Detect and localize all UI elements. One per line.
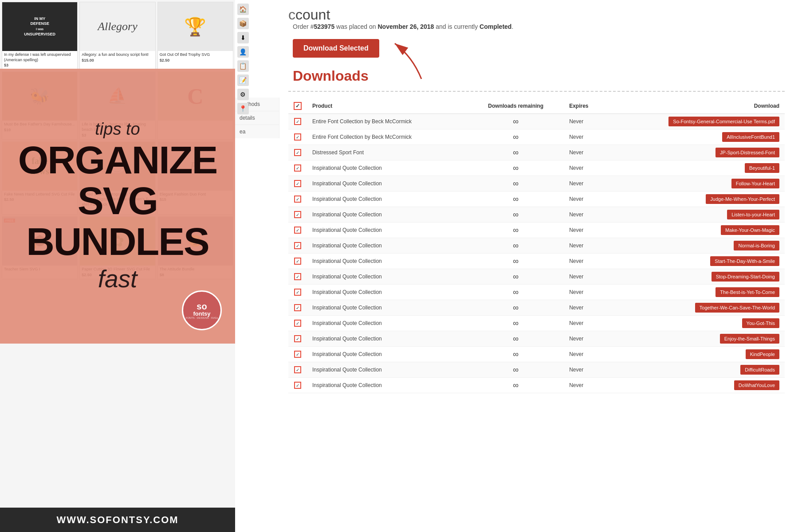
row-checkbox[interactable]: ✓ bbox=[294, 366, 301, 373]
row-download-button[interactable]: The-Best-is-Yet-To-Come bbox=[715, 287, 779, 297]
row-product: Inspirational Quote Collection bbox=[307, 316, 468, 331]
row-checkbox-cell[interactable]: ✓ bbox=[288, 223, 307, 238]
row-checkbox[interactable]: ✓ bbox=[294, 304, 301, 311]
row-expires: Never bbox=[564, 347, 607, 362]
row-checkbox-cell[interactable]: ✓ bbox=[288, 269, 307, 285]
row-checkbox-cell[interactable]: ✓ bbox=[288, 192, 307, 207]
row-download-button[interactable]: Judge-Me-When-Your-Perfect bbox=[706, 194, 779, 204]
row-checkbox[interactable]: ✓ bbox=[294, 289, 301, 296]
row-checkbox-cell[interactable]: ✓ bbox=[288, 285, 307, 300]
row-downloads-remaining: ∞ bbox=[468, 238, 564, 254]
row-product: Inspirational Quote Collection bbox=[307, 300, 468, 316]
icon-7[interactable]: ⚙ bbox=[237, 89, 249, 100]
row-download-btn-cell: KindPeople bbox=[608, 347, 785, 362]
row-downloads-remaining: ∞ bbox=[468, 254, 564, 269]
row-checkbox[interactable]: ✓ bbox=[294, 258, 301, 265]
row-downloads-remaining: ∞ bbox=[468, 331, 564, 347]
row-download-btn-cell: Normal-is-Boring bbox=[608, 238, 785, 254]
row-download-button[interactable]: Beyoutiful-1 bbox=[745, 163, 779, 173]
row-checkbox-cell[interactable]: ✓ bbox=[288, 160, 307, 176]
row-checkbox-cell[interactable]: ✓ bbox=[288, 362, 307, 378]
row-checkbox[interactable]: ✓ bbox=[294, 196, 301, 203]
row-download-button[interactable]: You-Got-This bbox=[742, 318, 779, 328]
icon-8[interactable]: 📍 bbox=[237, 103, 249, 114]
row-expires: Never bbox=[564, 362, 607, 378]
sofontsy-logo: so fontsy FONTS · DESIGNS · SVGs bbox=[182, 290, 222, 330]
row-checkbox-cell[interactable]: ✓ bbox=[288, 378, 307, 393]
table-row: ✓ Inspirational Quote Collection ∞ Never… bbox=[288, 192, 785, 207]
row-checkbox-cell[interactable]: ✓ bbox=[288, 316, 307, 331]
order-status-text: and is currently bbox=[434, 23, 480, 30]
row-expires: Never bbox=[564, 300, 607, 316]
row-checkbox-cell[interactable]: ✓ bbox=[288, 129, 307, 145]
table-row: ✓ Inspirational Quote Collection ∞ Never… bbox=[288, 316, 785, 331]
row-checkbox[interactable]: ✓ bbox=[294, 273, 301, 280]
row-download-button[interactable]: DoWhatYouLove bbox=[734, 380, 779, 390]
icon-1[interactable]: 🏠 bbox=[237, 4, 249, 15]
header-checkbox-col bbox=[288, 98, 307, 114]
row-download-button[interactable]: Enjoy-the-Small-Things bbox=[720, 334, 779, 344]
row-checkbox-cell[interactable]: ✓ bbox=[288, 176, 307, 192]
header-checkbox[interactable] bbox=[294, 102, 302, 110]
row-download-button[interactable]: Stop-Dreaming-Start-Doing bbox=[712, 272, 779, 282]
row-download-button[interactable]: JP-Sport-Distressed-Font bbox=[715, 148, 779, 157]
row-checkbox[interactable]: ✓ bbox=[294, 351, 301, 358]
left-panel: IN MYDEFENSEI wasUNSUPERVISED In my defe… bbox=[0, 0, 235, 532]
row-checkbox[interactable]: ✓ bbox=[294, 118, 301, 125]
order-date: November 26, 2018 bbox=[377, 23, 434, 30]
row-download-btn-cell: JP-Sport-Distressed-Font bbox=[608, 145, 785, 160]
row-download-button[interactable]: Start-The-Day-With-a-Smile bbox=[710, 256, 779, 266]
row-checkbox[interactable]: ✓ bbox=[294, 180, 301, 187]
table-row: ✓ Inspirational Quote Collection ∞ Never… bbox=[288, 254, 785, 269]
woo-menu-ea[interactable]: ea bbox=[235, 125, 279, 138]
row-checkbox-cell[interactable]: ✓ bbox=[288, 300, 307, 316]
row-expires: Never bbox=[564, 160, 607, 176]
row-expires: Never bbox=[564, 145, 607, 160]
row-download-button[interactable]: DifficultRoads bbox=[740, 365, 779, 375]
row-checkbox-cell[interactable]: ✓ bbox=[288, 145, 307, 160]
row-checkbox[interactable]: ✓ bbox=[294, 211, 301, 218]
download-selected-button[interactable]: Download Selected bbox=[293, 39, 379, 58]
row-product: Distressed Sport Font bbox=[307, 145, 468, 160]
order-number: 523975 bbox=[314, 23, 334, 30]
row-download-button[interactable]: Together-We-Can-Save-The-World bbox=[695, 303, 779, 313]
row-download-button[interactable]: Follow-Your-Heart bbox=[731, 179, 779, 188]
row-download-button[interactable]: Make-Your-Own-Magic bbox=[721, 225, 779, 235]
row-download-button[interactable]: AllInclusiveFontBund1 bbox=[722, 132, 779, 142]
row-checkbox-cell[interactable]: ✓ bbox=[288, 254, 307, 269]
row-checkbox[interactable]: ✓ bbox=[294, 227, 301, 234]
row-product: Entire Font Collection by Beck McCormick bbox=[307, 129, 468, 145]
table-row: ✓ Entire Font Collection by Beck McCormi… bbox=[288, 114, 785, 129]
row-checkbox-cell[interactable]: ✓ bbox=[288, 207, 307, 223]
icon-2[interactable]: 📦 bbox=[237, 18, 249, 29]
row-download-btn-cell: Judge-Me-When-Your-Perfect bbox=[608, 192, 785, 207]
row-checkbox[interactable]: ✓ bbox=[294, 335, 301, 342]
overlay: tips to ORGANIZE SVG BUNDLES fast so fon… bbox=[0, 0, 235, 532]
row-checkbox-cell[interactable]: ✓ bbox=[288, 331, 307, 347]
icon-5[interactable]: 📋 bbox=[237, 60, 249, 72]
row-checkbox-cell[interactable]: ✓ bbox=[288, 114, 307, 129]
row-product: Inspirational Quote Collection bbox=[307, 223, 468, 238]
icon-4[interactable]: 👤 bbox=[237, 46, 249, 58]
row-checkbox[interactable]: ✓ bbox=[294, 382, 301, 389]
row-checkbox[interactable]: ✓ bbox=[294, 133, 301, 141]
row-checkbox-cell[interactable]: ✓ bbox=[288, 347, 307, 362]
row-download-btn-cell: The-Best-is-Yet-To-Come bbox=[608, 285, 785, 300]
row-checkbox-cell[interactable]: ✓ bbox=[288, 238, 307, 254]
row-expires: Never bbox=[564, 238, 607, 254]
icon-6[interactable]: 📝 bbox=[237, 74, 249, 86]
row-download-button[interactable]: So-Fontsy-General-Commercial-Use Terms.p… bbox=[668, 117, 779, 126]
icon-3[interactable]: ⬇ bbox=[237, 32, 249, 43]
row-download-button[interactable]: Listen-to-your-Heart bbox=[727, 210, 779, 219]
row-download-button[interactable]: Normal-is-Boring bbox=[734, 241, 779, 250]
row-checkbox[interactable]: ✓ bbox=[294, 164, 301, 172]
row-checkbox[interactable]: ✓ bbox=[294, 320, 301, 327]
table-row: ✓ Inspirational Quote Collection ∞ Never… bbox=[288, 362, 785, 378]
bottom-bar-text: WWW.SOFONTSY.COM bbox=[56, 514, 178, 526]
table-row: ✓ Inspirational Quote Collection ∞ Never… bbox=[288, 331, 785, 347]
row-checkbox[interactable]: ✓ bbox=[294, 149, 301, 156]
row-product: Inspirational Quote Collection bbox=[307, 378, 468, 393]
row-checkbox[interactable]: ✓ bbox=[294, 242, 301, 249]
row-download-button[interactable]: KindPeople bbox=[746, 349, 779, 359]
row-download-btn-cell: Together-We-Can-Save-The-World bbox=[608, 300, 785, 316]
